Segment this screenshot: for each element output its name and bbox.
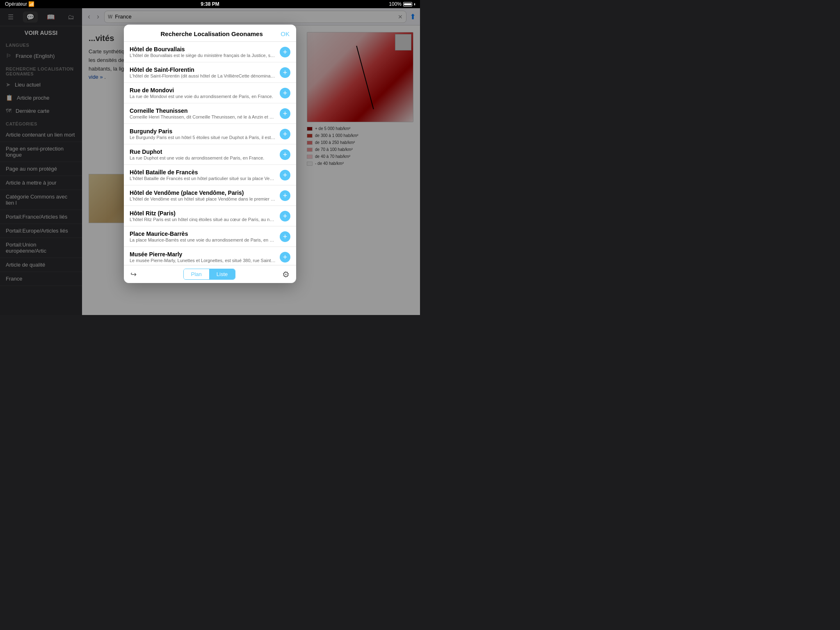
status-bar: Opérateur 📶 9:38 PM 100% [0,0,420,8]
modal-header: Recherche Localisation Geonames OK [124,25,296,42]
modal-item-desc-2: La rue de Mondovi est une voie du arrond… [130,94,276,99]
modal-item-8[interactable]: Hôtel Ritz (Paris) L'hôtel Ritz Paris es… [124,206,296,226]
carrier-label: Opérateur 📶 [5,1,34,7]
tab-plan-button[interactable]: Plan [184,269,209,279]
modal-item-title-1: Hôtel de Saint-Florentin [130,66,276,73]
modal-item-0[interactable]: Hôtel de Bourvallais L'hôtel de Bourvall… [124,42,296,62]
modal-item-text-10: Musée Pierre-Marly Le musée Pierre-Marly… [130,251,276,263]
modal-item-desc-0: L'hôtel de Bourvallais est le siège du m… [130,53,276,58]
modal-item-text-0: Hôtel de Bourvallais L'hôtel de Bourvall… [130,46,276,58]
modal-item-text-3: Corneille Theunissen Corneille Henri The… [130,107,276,119]
modal-item-title-3: Corneille Theunissen [130,107,276,114]
modal-footer: ↪ Plan Liste ⚙ [124,265,296,283]
modal-item-title-0: Hôtel de Bourvallais [130,46,276,52]
modal-item-plus-7[interactable]: + [280,190,290,201]
modal-item-title-7: Hôtel de Vendôme (place Vendôme, Paris) [130,189,276,196]
time-display: 9:38 PM [201,1,219,7]
modal-item-plus-10[interactable]: + [280,252,290,262]
modal-item-text-8: Hôtel Ritz (Paris) L'hôtel Ritz Paris es… [130,210,276,222]
modal-item-desc-9: La place Maurice-Barrès est une voie du … [130,237,276,242]
modal-item-desc-4: Le Burgundy Paris est un hôtel 5 étoiles… [130,135,276,140]
modal-item-desc-6: L'hôtel Bataille de Francès est un hôtel… [130,176,276,181]
modal-item-1[interactable]: Hôtel de Saint-Florentin L'hôtel de Sain… [124,62,296,83]
modal-item-5[interactable]: Rue Duphot La rue Duphot est une voie du… [124,144,296,165]
battery-area: 100% [389,1,415,7]
modal-item-title-2: Rue de Mondovi [130,87,276,94]
battery-tip-icon [414,3,415,5]
modal-item-desc-7: L'hôtel de Vendôme est un hôtel situé pl… [130,196,276,201]
modal-item-3[interactable]: Corneille Theunissen Corneille Henri The… [124,103,296,124]
modal-item-title-6: Hôtel Bataille de Francès [130,169,276,176]
modal-item-7[interactable]: Hôtel de Vendôme (place Vendôme, Paris) … [124,185,296,206]
modal-item-desc-10: Le musée Pierre-Marly, Lunettes et Lorgn… [130,258,276,263]
footer-tabs: Plan Liste [183,269,236,280]
modal-item-title-5: Rue Duphot [130,148,276,155]
modal-item-text-4: Burgundy Paris Le Burgundy Paris est un … [130,128,276,140]
modal-item-title-8: Hôtel Ritz (Paris) [130,210,276,217]
modal-item-plus-0[interactable]: + [280,47,290,57]
modal-item-plus-5[interactable]: + [280,149,290,160]
geonames-modal: Recherche Localisation Geonames OK Hôtel… [124,25,296,283]
modal-title: Recherche Localisation Geonames [143,30,281,37]
tab-liste-button[interactable]: Liste [209,269,235,279]
modal-ok-button[interactable]: OK [281,30,290,37]
modal-item-desc-8: L'hôtel Ritz Paris est un hôtel cinq éto… [130,217,276,222]
export-button[interactable]: ↪ [130,270,137,279]
modal-item-title-10: Musée Pierre-Marly [130,251,276,258]
modal-item-10[interactable]: Musée Pierre-Marly Le musée Pierre-Marly… [124,247,296,265]
gear-button[interactable]: ⚙ [282,269,290,279]
modal-item-text-2: Rue de Mondovi La rue de Mondovi est une… [130,87,276,99]
wifi-icon: 📶 [28,1,34,7]
modal-item-4[interactable]: Burgundy Paris Le Burgundy Paris est un … [124,124,296,144]
modal-item-title-4: Burgundy Paris [130,128,276,135]
modal-item-plus-4[interactable]: + [280,129,290,139]
modal-item-9[interactable]: Place Maurice-Barrès La place Maurice-Ba… [124,226,296,247]
modal-item-6[interactable]: Hôtel Bataille de Francès L'hôtel Batail… [124,165,296,185]
modal-item-2[interactable]: Rue de Mondovi La rue de Mondovi est une… [124,83,296,103]
modal-item-text-1: Hôtel de Saint-Florentin L'hôtel de Sain… [130,66,276,78]
battery-percent: 100% [389,1,402,7]
modal-item-desc-3: Corneille Henri Theunissen, dit Corneill… [130,114,276,119]
modal-item-plus-3[interactable]: + [280,108,290,119]
modal-item-title-9: Place Maurice-Barrès [130,231,276,237]
modal-item-text-7: Hôtel de Vendôme (place Vendôme, Paris) … [130,189,276,201]
modal-item-plus-9[interactable]: + [280,231,290,242]
modal-item-desc-5: La rue Duphot est une voie du arrondisse… [130,155,276,160]
modal-item-plus-1[interactable]: + [280,67,290,78]
modal-item-text-6: Hôtel Bataille de Francès L'hôtel Batail… [130,169,276,181]
modal-item-plus-2[interactable]: + [280,88,290,98]
modal-item-text-9: Place Maurice-Barrès La place Maurice-Ba… [130,231,276,242]
modal-item-plus-6[interactable]: + [280,170,290,180]
modal-list: Hôtel de Bourvallais L'hôtel de Bourvall… [124,42,296,265]
modal-item-plus-8[interactable]: + [280,211,290,221]
modal-overlay: Recherche Localisation Geonames OK Hôtel… [0,0,420,315]
modal-item-desc-1: L'hôtel de Saint-Florentin (dit aussi hô… [130,73,276,78]
battery-icon [403,2,412,7]
modal-item-text-5: Rue Duphot La rue Duphot est une voie du… [130,148,276,160]
